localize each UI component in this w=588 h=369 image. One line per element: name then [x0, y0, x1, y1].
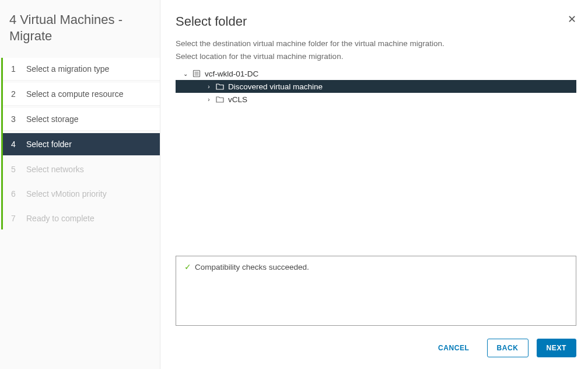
- chevron-right-icon[interactable]: ›: [205, 96, 213, 103]
- folder-icon: [215, 83, 225, 90]
- dialog-title: 4 Virtual Machines - Migrate: [0, 0, 160, 58]
- tree-node-label: Discovered virtual machine: [227, 82, 323, 91]
- tree-node-label: vcf-wkld-01-DC: [204, 69, 258, 78]
- check-icon: ✓: [184, 262, 191, 271]
- step-label: Select storage: [26, 114, 79, 124]
- step-number: 5: [11, 165, 18, 174]
- datacenter-icon: [192, 69, 201, 78]
- step-label: Select a compute resource: [26, 89, 124, 99]
- close-icon[interactable]: ✕: [568, 14, 576, 25]
- step-number: 4: [11, 140, 18, 149]
- step-select-compute-resource[interactable]: 2 Select a compute resource: [3, 83, 160, 106]
- step-number: 1: [11, 64, 18, 74]
- step-number: 3: [11, 114, 18, 124]
- page-description-2: Select location for the virtual machine …: [176, 50, 576, 63]
- step-number: 2: [11, 89, 18, 99]
- tree-node-vcls[interactable]: › vCLS: [176, 93, 576, 106]
- step-number: 6: [11, 189, 18, 199]
- step-ready-to-complete: 7 Ready to complete: [3, 207, 160, 229]
- step-label: Ready to complete: [26, 214, 94, 223]
- wizard-steps: 1 Select a migration type 2 Select a com…: [1, 58, 160, 229]
- tree-node-discovered-vm[interactable]: › Discovered virtual machine: [176, 80, 576, 93]
- page-description-1: Select the destination virtual machine f…: [176, 37, 576, 50]
- next-button[interactable]: NEXT: [537, 339, 576, 357]
- step-number: 7: [11, 214, 18, 223]
- step-label: Select vMotion priority: [26, 189, 107, 199]
- wizard-sidebar: 4 Virtual Machines - Migrate 1 Select a …: [0, 0, 160, 369]
- page-title: Select folder: [176, 14, 576, 29]
- compatibility-message: Compatibility checks succeeded.: [195, 263, 309, 271]
- cancel-button[interactable]: CANCEL: [429, 339, 479, 357]
- step-select-storage[interactable]: 3 Select storage: [3, 108, 160, 131]
- migrate-dialog: 4 Virtual Machines - Migrate 1 Select a …: [0, 0, 588, 369]
- tree-node-label: vCLS: [227, 95, 247, 104]
- back-button[interactable]: BACK: [487, 339, 528, 357]
- wizard-main: ✕ Select folder Select the destination v…: [160, 0, 588, 369]
- tree-node-datacenter[interactable]: ⌄ vcf-wkld-01-DC: [176, 67, 576, 80]
- step-label: Select a migration type: [26, 64, 109, 74]
- chevron-right-icon[interactable]: ›: [205, 83, 213, 90]
- step-label: Select folder: [26, 140, 72, 149]
- wizard-footer: CANCEL BACK NEXT: [176, 336, 576, 357]
- chevron-down-icon[interactable]: ⌄: [181, 71, 190, 77]
- compatibility-panel: ✓Compatibility checks succeeded.: [176, 256, 576, 326]
- folder-tree: ⌄ vcf-wkld-01-DC › Discovered virtual ma…: [176, 67, 576, 106]
- step-select-vmotion-priority: 6 Select vMotion priority: [3, 183, 160, 205]
- step-select-migration-type[interactable]: 1 Select a migration type: [3, 58, 160, 81]
- step-select-folder[interactable]: 4 Select folder: [3, 133, 160, 156]
- step-select-networks: 5 Select networks: [3, 158, 160, 180]
- folder-icon: [215, 96, 225, 103]
- step-label: Select networks: [26, 165, 84, 174]
